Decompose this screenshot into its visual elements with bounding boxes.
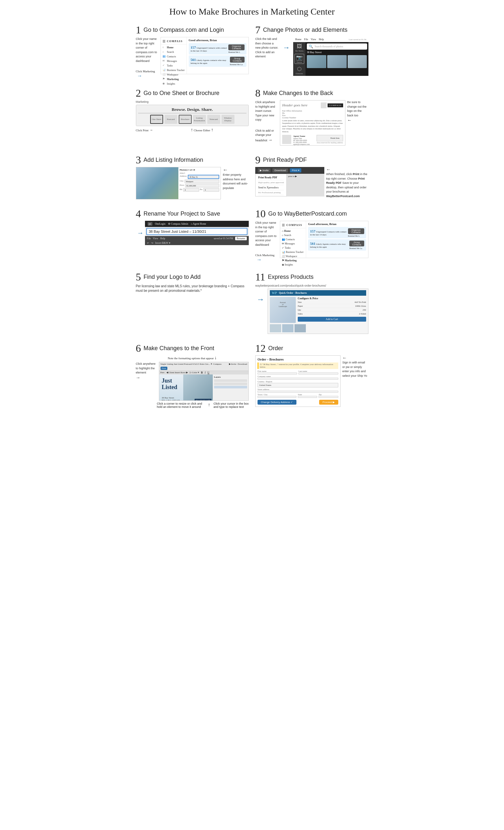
project-name-input[interactable]: 38 Bay Street Just Listed – 11/30/21 — [146, 228, 248, 235]
tb-download[interactable]: Download — [238, 363, 247, 365]
step-12-annotation: ← Sign in with email or pw or simply ent… — [343, 355, 369, 378]
zip-field[interactable] — [318, 396, 338, 398]
nav-ws-10[interactable]: ⬜ Workspace — [280, 254, 306, 258]
nav-messages-10[interactable]: ✉ Messages — [280, 242, 306, 246]
photo-thumb-1[interactable] — [307, 55, 326, 68]
first-name-field[interactable] — [257, 373, 297, 375]
config-sides-val[interactable]: 2-Sided — [359, 313, 366, 315]
config-size-val[interactable]: 4x9 Tri-Fold — [354, 301, 366, 304]
beds-input[interactable]: 4 — [183, 188, 199, 192]
nav-contacts-10[interactable]: 👥 Contacts — [280, 237, 306, 242]
tab-view[interactable]: View — [311, 38, 316, 41]
nav-underline[interactable]: U — [208, 371, 210, 374]
item-window-display[interactable]: Window Display — [222, 115, 234, 124]
pdf-item-3[interactable]: Send to Xpressdocs — [258, 185, 284, 190]
address-field[interactable] — [257, 391, 338, 393]
proceed-btn[interactable]: Proceed ▶ — [319, 400, 338, 405]
elements-btn[interactable]: ⬡ Elements — [294, 66, 304, 74]
nav-prev[interactable]: Prev — [161, 371, 165, 374]
nav-bt-10[interactable]: 📊 Business Tracker — [280, 250, 306, 254]
my-media-btn[interactable]: 🖼 My Media — [294, 43, 304, 52]
pdf-item-1[interactable]: Print Ready PDF — [258, 175, 284, 180]
country-field[interactable]: United States — [257, 383, 338, 387]
nav-contacts[interactable]: 👥Contacts — [161, 54, 187, 59]
nav-tasks[interactable]: ✓Tasks — [161, 63, 187, 68]
tab-file[interactable]: File — [304, 38, 308, 41]
remind-btn-2[interactable]: Remind Me La — [230, 63, 245, 65]
item-one-sheet[interactable]: One Sheet — [150, 115, 163, 124]
invert-bw[interactable]: Invert B&W ▾ — [155, 242, 170, 245]
config-qty-val[interactable]: 250 — [363, 309, 366, 311]
layer-1[interactable] — [214, 379, 247, 382]
organize-btn-10[interactable]: Organize Contacts — [348, 228, 364, 234]
nav-color[interactable]: ▷ Color ▾ — [190, 371, 199, 374]
baths-input[interactable]: 4 — [203, 188, 219, 192]
print-btn[interactable]: Print ▾ — [290, 168, 301, 172]
back-header-text[interactable]: Header goes here — [282, 103, 308, 107]
tb-invite[interactable]: ▶ Invite — [229, 363, 237, 365]
nav-italic[interactable]: I — [204, 371, 206, 374]
back-body-text[interactable]: Lorem ipsum dolor sit amet, consectetur … — [282, 119, 343, 133]
product-thumb-3[interactable] — [294, 324, 306, 332]
nav-search-10[interactable]: ⌕ Search — [280, 233, 306, 237]
city-input[interactable]: Westport — [185, 180, 219, 183]
undo-btn[interactable]: ↩ — [147, 242, 149, 245]
state-field[interactable] — [298, 396, 317, 398]
item-notecard[interactable]: Notecard — [207, 115, 220, 124]
nav-home-10[interactable]: ⌂ Home — [280, 229, 306, 233]
form-row-1: John/1 — [180, 172, 219, 174]
nav-messages[interactable]: ✉Messages — [161, 59, 187, 63]
product-thumb-1[interactable] — [270, 324, 281, 332]
search-placeholder-text[interactable]: Search thousands of photos — [315, 45, 343, 48]
invite-btn[interactable]: ▶ Invite — [258, 168, 271, 172]
rename-badge[interactable]: Rename — [235, 237, 247, 240]
item-postcard[interactable]: Postcard — [164, 115, 178, 124]
redo-btn[interactable]: ↪ — [151, 242, 153, 245]
layer-3[interactable] — [214, 386, 247, 388]
change-delivery-btn[interactable]: Change Delivery Address ✓ — [257, 400, 296, 405]
config-paper-val[interactable]: 100lb Gloss — [355, 305, 366, 307]
tb-single[interactable]: Single Listing Just Listed Postcard 8.5x… — [161, 363, 222, 365]
address-input[interactable]: 38 Bay St — [188, 175, 219, 179]
nav-client-insert[interactable]: ◀ Client Insert Rows ▶ — [166, 371, 188, 374]
remind-btn[interactable]: Remind Me L — [228, 51, 245, 53]
item-brochure[interactable]: Brochure — [179, 115, 192, 124]
tab-home[interactable]: Home — [295, 38, 302, 41]
group-btn-10[interactable]: Group Contacts — [349, 241, 364, 247]
step-3-header: 3 Add Listing Information — [136, 155, 249, 165]
view-menu[interactable]: View — [153, 237, 158, 240]
organize-contacts-btn[interactable]: Organize Contacts — [228, 44, 245, 50]
last-name-field[interactable] — [298, 373, 338, 375]
remind-2-10[interactable]: Remind Me La — [349, 247, 364, 249]
download-btn[interactable]: Download — [273, 168, 288, 172]
nav-bold[interactable]: B — [201, 371, 203, 374]
nav-mkt-10[interactable]: ⚑ Marketing — [280, 258, 306, 263]
just-listed-card[interactable]: JustListed 38 Bay StreetBD: 4 BA: 4392 S… — [159, 375, 213, 401]
remind-10[interactable]: Remind Me L — [348, 235, 364, 237]
add-to-cart-btn[interactable]: Add to Cart — [298, 317, 366, 322]
photo-thumb-2[interactable] — [327, 55, 347, 68]
item-listing-pres[interactable]: Listing Presentation — [193, 115, 206, 124]
nav-marketing[interactable]: ⚑Marketing — [161, 77, 187, 82]
nav-workspace[interactable]: ⬜Workspace — [161, 72, 187, 77]
nav-search[interactable]: ⌕Search — [161, 50, 187, 54]
tab-help[interactable]: Help — [319, 38, 324, 41]
company-field[interactable] — [257, 378, 338, 380]
nav-business-tracker[interactable]: 📊Business Tracker — [161, 68, 187, 72]
nav-tasks-10[interactable]: ✓ Tasks — [280, 246, 306, 250]
product-thumb-2[interactable] — [282, 324, 293, 332]
layer-2[interactable] — [214, 383, 247, 385]
nav-ins-10[interactable]: ◉ Insights — [280, 263, 306, 267]
photos-btn[interactable]: 📷 Photos — [294, 54, 304, 64]
tb-print[interactable]: Print — [161, 367, 168, 370]
group-contacts-btn[interactable]: Group Contacts — [230, 57, 245, 63]
city-field[interactable] — [257, 396, 296, 398]
nav-home[interactable]: ⌂Home — [161, 45, 187, 50]
file-menu[interactable]: File — [147, 237, 151, 240]
config-qty-label: Qty — [298, 309, 301, 311]
nav-insights[interactable]: ◉Insights — [161, 82, 187, 86]
photo-thumb-3[interactable] — [348, 55, 367, 68]
agent-headshot[interactable] — [282, 135, 291, 144]
price-input[interactable]: $1,400,000 — [185, 184, 219, 187]
help-menu[interactable]: Help — [160, 237, 165, 240]
